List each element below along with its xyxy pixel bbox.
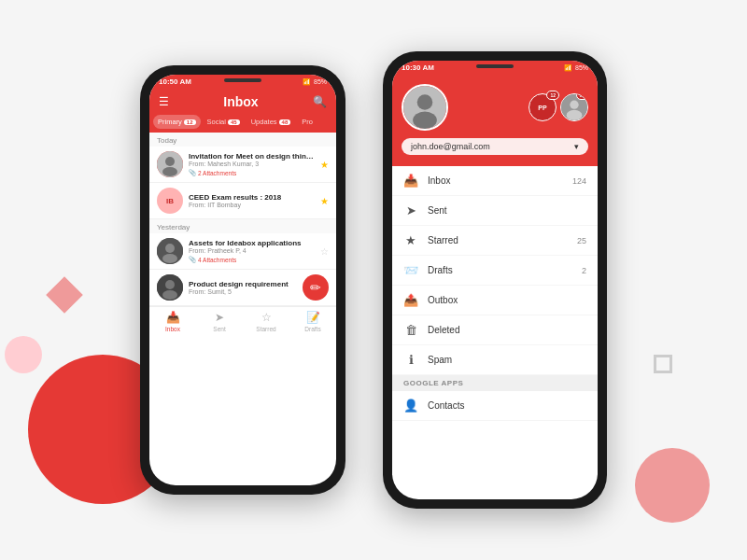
phone2-avatars: PP 12 99+ (402, 84, 588, 131)
starred-icon: ★ (403, 233, 418, 247)
sent-label: Sent (428, 205, 577, 216)
phones-container: 10:50 AM 📶 85% ☰ Inbox 🔍 Primary 12 (0, 0, 747, 560)
mail-item-1[interactable]: Invitation for Meet on design thinking F… (149, 147, 336, 183)
mail-content-3: Assets for Ideabox applications From: Pr… (189, 239, 315, 263)
contacts-icon: 👤 (403, 399, 418, 413)
svg-point-1 (165, 157, 175, 166)
starred-count: 25 (577, 236, 586, 245)
phone-2-screen: 10:30 AM 📶 85% (392, 61, 598, 499)
phone-1: 10:50 AM 📶 85% ☰ Inbox 🔍 Primary 12 (140, 65, 345, 495)
mail-item-3[interactable]: Assets for Ideabox applications From: Pr… (149, 233, 336, 270)
avatar-4 (157, 274, 183, 301)
tab-social-label: Social (207, 118, 226, 126)
mail-attach-3: 📎 4 Attachments (189, 256, 315, 263)
phone-2: 10:30 AM 📶 85% (383, 51, 607, 509)
bottom-nav-drafts[interactable]: 📝 Drafts (289, 311, 336, 332)
tab-social[interactable]: Social 45 (203, 115, 245, 129)
tab-updates-badge: 48 (279, 119, 291, 125)
inbox-header: ☰ Inbox 🔍 (149, 89, 336, 115)
email-selector[interactable]: john.doe@gmail.com ▾ (402, 138, 588, 155)
mail-item-2[interactable]: IB CEED Exam results : 2018 From: IIT Bo… (149, 183, 336, 219)
deleted-icon: 🗑 (403, 323, 418, 337)
contacts-label: Contacts (428, 400, 577, 411)
mail-content-1: Invitation for Meet on design thinking F… (189, 152, 315, 176)
battery-2: 85% (575, 64, 588, 71)
bottom-nav-starred[interactable]: ☆ Starred (243, 311, 289, 332)
bottom-nav-drafts-icon: 📝 (306, 311, 320, 324)
status-icons-2: 📶 85% (564, 64, 588, 72)
mail-item-4[interactable]: Product design requirement From: Sumit, … (149, 270, 336, 306)
wifi-icon-2: 📶 (564, 64, 572, 72)
bottom-nav-inbox[interactable]: 📥 Inbox (149, 311, 196, 332)
bottom-nav-sent-label: Sent (213, 326, 225, 332)
tab-primary[interactable]: Primary 12 (153, 115, 201, 129)
phone2-header: PP 12 99+ (392, 75, 598, 166)
menu-item-deleted[interactable]: 🗑 Deleted (392, 315, 598, 345)
avatar-2: IB (157, 188, 183, 214)
inbox-label: Inbox (428, 175, 563, 186)
tab-updates[interactable]: Updates 48 (247, 115, 296, 129)
star-filled-1[interactable]: ★ (320, 160, 329, 170)
svg-point-2 (162, 167, 177, 176)
mail-from-3: From: Pratheek P, 4 (189, 247, 315, 254)
star-filled-2[interactable]: ★ (320, 196, 329, 206)
tab-updates-label: Updates (251, 118, 277, 126)
menu-item-inbox[interactable]: 📥 Inbox 124 (392, 166, 598, 196)
status-icons-1: 📶 85% (303, 78, 327, 86)
bottom-nav-inbox-label: Inbox (165, 326, 180, 332)
tab-social-badge: 45 (228, 119, 240, 125)
mail-content-4: Product design requirement From: Sumit, … (189, 280, 297, 295)
mail-subject-1: Invitation for Meet on design thinking (189, 152, 315, 161)
menu-item-starred[interactable]: ★ Starred 25 (392, 226, 598, 256)
mail-subject-3: Assets for Ideabox applications (189, 239, 315, 247)
mail-subject-4: Product design requirement (189, 280, 297, 288)
bottom-nav-starred-icon: ☆ (261, 311, 272, 324)
drafts-icon: 📨 (403, 263, 418, 277)
user-email: john.doe@gmail.com (411, 142, 490, 151)
battery-1: 85% (314, 78, 327, 85)
menu-icon[interactable]: ☰ (159, 95, 169, 108)
bottom-nav: 📥 Inbox ➤ Sent ☆ Starred 📝 Drafts (149, 306, 336, 336)
tab-primary-badge: 12 (184, 119, 196, 125)
svg-point-10 (417, 94, 433, 110)
sent-icon: ➤ (403, 203, 418, 217)
tabs-bar: Primary 12 Social 45 Updates 48 Pro (149, 115, 336, 133)
attach-icon-3: 📎 (189, 256, 196, 263)
svg-point-8 (162, 290, 177, 300)
mail-content-2: CEED Exam results : 2018 From: IIT Bomba… (189, 193, 315, 208)
tab-pro[interactable]: Pro (297, 115, 317, 129)
outbox-icon: 📤 (403, 293, 418, 307)
attach-label-3: 4 Attachments (198, 257, 236, 263)
menu-item-sent[interactable]: ➤ Sent (392, 196, 598, 226)
fab-edit-button[interactable]: ✏ (303, 274, 329, 301)
drafts-count: 2 (582, 266, 586, 275)
menu-item-outbox[interactable]: 📤 Outbox (392, 286, 598, 315)
star-outline-3[interactable]: ☆ (320, 246, 329, 257)
google-apps-divider: Google Apps (392, 375, 598, 391)
menu-item-drafts[interactable]: 📨 Drafts 2 (392, 256, 598, 286)
menu-item-contacts[interactable]: 👤 Contacts (392, 391, 598, 421)
bottom-nav-sent[interactable]: ➤ Sent (196, 311, 243, 332)
google-apps-label: Google Apps (403, 379, 463, 387)
bottom-nav-starred-label: Starred (256, 326, 275, 332)
menu-item-spam[interactable]: ℹ Spam (392, 345, 598, 375)
search-icon[interactable]: 🔍 (313, 95, 327, 108)
menu-list: 📥 Inbox 124 ➤ Sent ★ Starred 25 📨 Drafts (392, 166, 598, 421)
main-avatar[interactable] (402, 84, 448, 131)
bottom-nav-sent-icon: ➤ (215, 311, 224, 324)
dropdown-chevron-icon: ▾ (574, 142, 579, 151)
avatar-photo2-badge: 99+ (576, 93, 588, 100)
mail-from-4: From: Sumit, 5 (189, 288, 297, 295)
svg-point-13 (570, 101, 578, 109)
starred-label: Starred (428, 235, 568, 245)
time-2: 10:30 AM (402, 63, 434, 72)
time-1: 10:50 AM (159, 77, 191, 86)
avatar-pp[interactable]: PP 12 (529, 93, 557, 121)
inbox-title: Inbox (169, 94, 313, 109)
bottom-nav-inbox-icon: 📥 (166, 311, 180, 324)
section-today: Today (149, 133, 336, 147)
outbox-label: Outbox (428, 295, 577, 305)
deleted-label: Deleted (428, 325, 577, 335)
section-yesterday: Yesterday (149, 219, 336, 233)
avatar-photo2[interactable]: 99+ (560, 93, 588, 121)
